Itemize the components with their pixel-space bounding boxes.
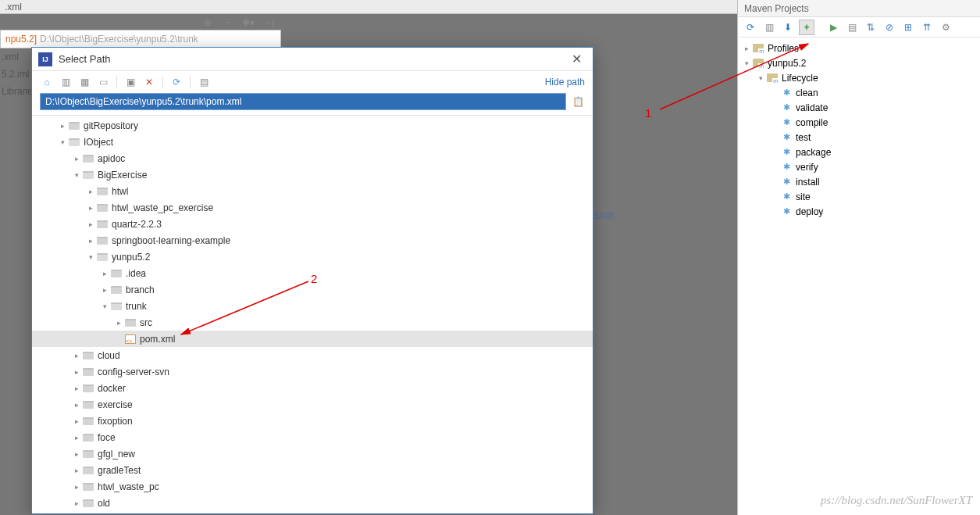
settings-icon[interactable]: ⚙ <box>938 20 953 35</box>
maven-goal-install[interactable]: ✱install <box>738 174 980 189</box>
chevron-right-icon[interactable]: ▸ <box>71 450 82 458</box>
chevron-right-icon[interactable]: ▸ <box>57 122 68 130</box>
generate-icon[interactable]: ▥ <box>761 20 777 35</box>
tree-row-profiles[interactable]: ▸ Profiles <box>738 41 980 55</box>
tree-row[interactable]: ▸old <box>32 495 593 511</box>
chevron-down-icon[interactable]: ▾ <box>741 59 752 67</box>
gear-icon[interactable]: ✱▾ <box>241 15 256 30</box>
tree-row[interactable]: ▸docker <box>32 380 593 396</box>
tree-row[interactable]: ▾IObject <box>32 134 593 150</box>
maven-goal-compile[interactable]: ✱compile <box>738 115 980 130</box>
project-icon[interactable]: ▥ <box>59 75 73 89</box>
chevron-right-icon[interactable]: ▸ <box>85 220 96 228</box>
close-icon[interactable]: ✕ <box>567 52 586 66</box>
maven-goal-clean[interactable]: ✱clean <box>738 85 980 100</box>
tree-row[interactable]: ▾trunk <box>32 298 593 314</box>
dialog-titlebar[interactable]: IJ Select Path ✕ <box>32 48 593 71</box>
collapse-all-icon[interactable]: ⇈ <box>919 20 935 35</box>
maven-goal-verify[interactable]: ✱verify <box>738 159 980 174</box>
path-input[interactable] <box>40 93 566 110</box>
tree-row[interactable]: ▸springboot-learning-example <box>32 232 593 249</box>
folder-icon <box>69 138 80 146</box>
chevron-right-icon[interactable]: ▸ <box>71 499 82 507</box>
file-item[interactable]: 5.2.iml <box>0 66 31 83</box>
chevron-down-icon[interactable]: ▾ <box>85 253 96 261</box>
file-item[interactable]: .xml <box>0 48 31 66</box>
chevron-right-icon[interactable]: ▸ <box>71 434 82 442</box>
chevron-right-icon[interactable]: ▸ <box>71 467 82 474</box>
maven-goal-test[interactable]: ✱test <box>738 130 980 145</box>
collapse-icon[interactable]: →| <box>261 15 276 30</box>
maven-goal-deploy[interactable]: ✱deploy <box>738 204 980 219</box>
tree-row[interactable]: ▸gfgl_new <box>32 445 593 462</box>
maven-goal-package[interactable]: ✱package <box>738 145 980 159</box>
tree-row-lifecycle[interactable]: ▾ Lifecycle <box>738 70 980 85</box>
project-files-strip: .xml 5.2.iml Librarie <box>0 48 31 111</box>
dependencies-icon[interactable]: ⊞ <box>900 20 916 35</box>
tree-row[interactable]: ▸quartz-2.2.3 <box>32 216 593 232</box>
chevron-right-icon[interactable]: ▸ <box>113 319 124 327</box>
history-icon[interactable]: 📋 <box>571 95 585 109</box>
tree-row[interactable]: ▸apidoc <box>32 150 593 166</box>
chevron-right-icon[interactable]: ▸ <box>71 368 82 376</box>
maven-goal-validate[interactable]: ✱validate <box>738 100 980 115</box>
chevron-right-icon[interactable]: ▸ <box>71 401 82 409</box>
tree-row-project[interactable]: ▾ yunpu5.2 <box>738 55 980 70</box>
tree-row[interactable]: ▾BigExercise <box>32 166 593 183</box>
dialog-tree[interactable]: ▸gitRepository ▾IObject ▸apidoc ▾BigExer… <box>32 115 593 513</box>
download-icon[interactable]: ⬇ <box>780 20 796 35</box>
tree-row[interactable]: ▸htwl <box>32 183 593 199</box>
file-item[interactable]: Librarie <box>0 83 31 100</box>
tree-label: yunpu5.2 <box>768 58 806 69</box>
tree-row[interactable]: ▸htwl_waste_pc_exercise <box>32 199 593 216</box>
home-icon[interactable]: ⌂ <box>40 75 54 89</box>
chevron-right-icon[interactable]: ▸ <box>99 270 110 277</box>
tree-label: .idea <box>126 268 146 279</box>
chevron-right-icon[interactable]: ▸ <box>71 155 82 163</box>
tree-row[interactable]: ▸fixoption <box>32 413 593 429</box>
tree-row[interactable]: ▸htwl_waste_pc <box>32 478 593 495</box>
chevron-down-icon[interactable]: ▾ <box>99 302 110 310</box>
module-icon[interactable]: ▦ <box>77 75 91 89</box>
tree-row-selected[interactable]: pom.xml <box>32 331 593 347</box>
tree-label: config-server-svn <box>98 367 169 377</box>
tree-row[interactable]: ▸exercise <box>32 396 593 413</box>
refresh-icon[interactable]: ⟳ <box>169 75 184 89</box>
tree-row[interactable]: ▸foce <box>32 429 593 445</box>
tree-row[interactable]: ▸config-server-svn <box>32 363 593 380</box>
chevron-right-icon[interactable]: ▸ <box>71 384 82 392</box>
target-icon[interactable]: ⊕ <box>200 15 216 30</box>
add-button[interactable]: + <box>799 20 814 35</box>
tree-row[interactable]: ▸cloud <box>32 347 593 363</box>
chevron-right-icon[interactable]: ▸ <box>741 45 752 52</box>
tree-row[interactable]: ▸gitRepository <box>32 117 593 134</box>
skip-tests-icon[interactable]: ⊘ <box>882 20 897 35</box>
chevron-down-icon[interactable]: ▾ <box>57 138 68 146</box>
tree-row[interactable]: ▾yunpu5.2 <box>32 249 593 265</box>
maven-goal-site[interactable]: ✱site <box>738 189 980 204</box>
chevron-right-icon[interactable]: ▸ <box>71 352 82 359</box>
chevron-right-icon[interactable]: ▸ <box>99 286 110 294</box>
tree-label: yunpu5.2 <box>112 252 150 263</box>
chevron-right-icon[interactable]: ▸ <box>85 204 96 212</box>
tree-row[interactable]: ▸gradleTest <box>32 462 593 478</box>
chevron-right-icon[interactable]: ▸ <box>85 237 96 245</box>
new-folder-icon[interactable]: ▣ <box>123 75 137 89</box>
execute-icon[interactable]: ▤ <box>844 20 860 35</box>
chevron-right-icon[interactable]: ▸ <box>85 188 96 195</box>
run-icon[interactable]: ▶ <box>825 20 841 35</box>
show-hidden-icon[interactable]: ▤ <box>197 75 211 89</box>
hide-path-link[interactable]: Hide path <box>545 77 585 88</box>
tree-row[interactable]: ▸src <box>32 314 593 331</box>
breadcrumb-item[interactable]: .xml <box>5 2 22 13</box>
toggle-icon[interactable]: ⇅ <box>863 20 878 35</box>
editor-tab[interactable]: npu5.2] D:\IObject\BigExercise\yunpu5.2\… <box>0 30 281 48</box>
chevron-down-icon[interactable]: ▾ <box>71 171 82 179</box>
expand-icon[interactable]: ÷ <box>220 15 236 30</box>
refresh-icon[interactable]: ⟳ <box>743 20 758 35</box>
desktop-icon[interactable]: ▭ <box>96 75 110 89</box>
chevron-right-icon[interactable]: ▸ <box>71 483 82 491</box>
delete-icon[interactable]: ✕ <box>142 75 156 89</box>
chevron-down-icon[interactable]: ▾ <box>755 74 766 82</box>
chevron-right-icon[interactable]: ▸ <box>71 417 82 425</box>
